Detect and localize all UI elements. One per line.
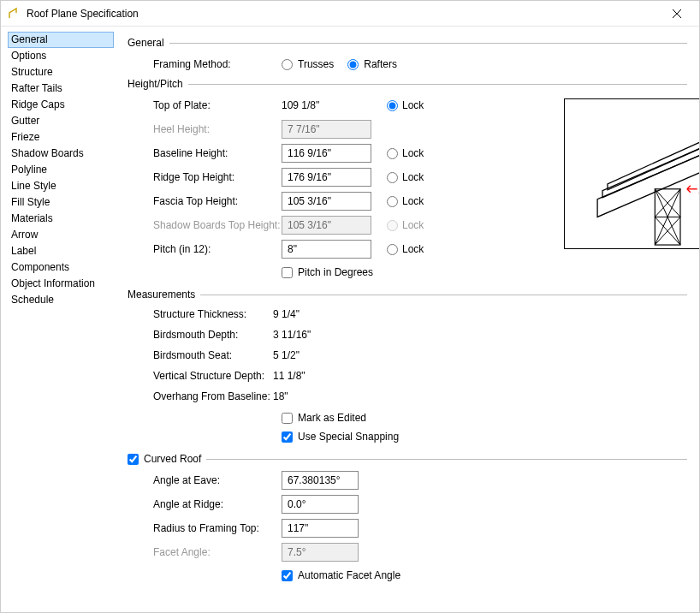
fascia-top-height-input[interactable] <box>282 192 371 211</box>
trusses-radio[interactable] <box>282 59 293 70</box>
baseline-height-input[interactable] <box>282 144 371 163</box>
sidebar-item-options[interactable]: Options <box>8 48 114 64</box>
section-general-header: General <box>128 37 687 49</box>
angle-at-eave-label: Angle at Eave: <box>153 474 282 486</box>
close-button[interactable] <box>660 2 694 26</box>
sidebar-item-polyline[interactable]: Polyline <box>8 162 114 178</box>
sidebar-item-materials[interactable]: Materials <box>8 211 114 227</box>
angle-at-eave-input[interactable] <box>282 471 359 490</box>
angle-at-ridge-row: Angle at Ridge: <box>128 494 687 515</box>
pitch-in-degrees-row: Pitch in Degrees <box>282 263 687 282</box>
structure-thickness-value: 9 1/4" <box>273 308 300 320</box>
overhang-from-baseline-value: 18" <box>273 390 288 402</box>
ridge-top-height-label: Ridge Top Height: <box>153 171 282 183</box>
birdsmouth-seat-value: 5 1/2" <box>273 349 300 361</box>
shadow-boards-top-height-label: Shadow Boards Top Height: <box>153 219 282 231</box>
sidebar-item-schedule[interactable]: Schedule <box>8 292 114 308</box>
section-height-pitch-header: Height/Pitch <box>128 78 687 90</box>
radius-to-framing-top-row: Radius to Framing Top: <box>128 518 687 539</box>
mark-as-edited-checkbox[interactable] <box>282 413 293 424</box>
sidebar-item-gutter[interactable]: Gutter <box>8 113 114 129</box>
curved-roof-checkbox[interactable] <box>128 454 139 465</box>
mark-as-edited-text: Mark as Edited <box>298 412 366 424</box>
overhang-from-baseline-row: Overhang From Baseline: 18" <box>128 388 687 405</box>
section-height-pitch-title: Height/Pitch <box>128 78 183 90</box>
angle-at-ridge-input[interactable] <box>282 495 359 514</box>
sidebar: General Options Structure Rafter Tails R… <box>1 27 121 612</box>
automatic-facet-angle-row: Automatic Facet Angle <box>282 566 687 585</box>
lock-shadow-radio <box>387 220 398 231</box>
sidebar-item-line-style[interactable]: Line Style <box>8 178 114 194</box>
radius-to-framing-top-input[interactable] <box>282 519 359 538</box>
structure-thickness-row: Structure Thickness: 9 1/4" <box>128 306 687 323</box>
angle-at-eave-row: Angle at Eave: <box>128 470 687 491</box>
facet-angle-row: Facet Angle: <box>128 542 687 562</box>
lock-fascia-text: Lock <box>402 195 424 207</box>
lock-baseline-text: Lock <box>402 147 424 159</box>
sidebar-item-structure[interactable]: Structure <box>8 64 114 80</box>
birdsmouth-seat-row: Birdsmouth Seat: 5 1/2" <box>128 347 687 364</box>
sidebar-item-shadow-boards[interactable]: Shadow Boards <box>8 146 114 162</box>
birdsmouth-depth-label: Birdsmouth Depth: <box>153 329 273 341</box>
divider <box>206 459 687 460</box>
facet-angle-input <box>282 543 359 562</box>
divider <box>188 84 687 85</box>
sidebar-item-ridge-caps[interactable]: Ridge Caps <box>8 97 114 113</box>
sidebar-item-object-information[interactable]: Object Information <box>8 276 114 292</box>
app-icon <box>8 7 21 21</box>
trusses-text: Trusses <box>298 58 334 70</box>
overhang-from-baseline-label: Overhang From Baseline: <box>153 390 273 402</box>
automatic-facet-angle-text: Automatic Facet Angle <box>298 569 400 581</box>
sidebar-item-fill-style[interactable]: Fill Style <box>8 194 114 211</box>
roof-preview: Lock <box>564 98 699 249</box>
window-title: Roof Plane Specification <box>27 8 660 20</box>
trusses-radio-label[interactable]: Trusses <box>282 58 334 70</box>
lock-top-plate-radio[interactable] <box>387 100 398 111</box>
sidebar-item-label[interactable]: Label <box>8 243 114 259</box>
baseline-height-label: Baseline Height: <box>153 147 282 159</box>
rafters-radio[interactable] <box>347 59 359 70</box>
top-of-plate-value: 109 1/8" <box>282 99 371 111</box>
section-curved-roof-title: Curved Roof <box>144 453 201 465</box>
lock-shadow-text: Lock <box>402 219 424 231</box>
lock-pitch-text: Lock <box>402 243 424 255</box>
use-special-snapping-checkbox[interactable] <box>282 431 293 443</box>
sidebar-item-rafter-tails[interactable]: Rafter Tails <box>8 80 114 97</box>
rafters-radio-label[interactable]: Rafters <box>347 58 397 70</box>
titlebar: Roof Plane Specification <box>1 1 699 27</box>
pitch-in-degrees-text: Pitch in Degrees <box>298 266 373 278</box>
pitch-in-degrees-checkbox[interactable] <box>282 267 293 278</box>
lock-fascia-radio[interactable] <box>387 196 398 207</box>
framing-method-label: Framing Method: <box>153 58 282 70</box>
birdsmouth-depth-row: Birdsmouth Depth: 3 11/16" <box>128 326 687 343</box>
divider <box>169 43 687 44</box>
lock-top-plate-text: Lock <box>402 99 424 111</box>
framing-method-row: Framing Method: Trusses Rafters <box>128 54 687 74</box>
radius-to-framing-top-label: Radius to Framing Top: <box>153 522 282 534</box>
mark-as-edited-row: Mark as Edited <box>282 408 687 427</box>
angle-at-ridge-label: Angle at Ridge: <box>153 498 282 510</box>
dialog-body: General Options Structure Rafter Tails R… <box>1 27 699 612</box>
vertical-structure-depth-row: Vertical Structure Depth: 11 1/8" <box>128 367 687 384</box>
pitch-label: Pitch (in 12): <box>153 243 282 255</box>
use-special-snapping-row: Use Special Snapping <box>282 427 687 446</box>
structure-thickness-label: Structure Thickness: <box>153 308 273 320</box>
pitch-input[interactable] <box>282 240 371 259</box>
sidebar-item-frieze[interactable]: Frieze <box>8 129 114 146</box>
lock-ridge-radio[interactable] <box>387 172 398 183</box>
section-general-title: General <box>128 37 164 49</box>
section-curved-roof-header: Curved Roof <box>128 453 687 465</box>
sidebar-item-components[interactable]: Components <box>8 259 114 276</box>
ridge-top-height-input[interactable] <box>282 168 371 187</box>
birdsmouth-seat-label: Birdsmouth Seat: <box>153 349 273 361</box>
lock-baseline-radio[interactable] <box>387 148 398 159</box>
sidebar-item-arrow[interactable]: Arrow <box>8 227 114 243</box>
fascia-top-height-label: Fascia Top Height: <box>153 195 282 207</box>
use-special-snapping-text: Use Special Snapping <box>298 431 399 443</box>
sidebar-item-general[interactable]: General <box>8 32 114 48</box>
lock-pitch-radio[interactable] <box>387 244 398 255</box>
section-measurements-title: Measurements <box>128 289 195 301</box>
top-of-plate-label: Top of Plate: <box>153 99 282 111</box>
main-panel: General Framing Method: Trusses Rafters <box>121 27 699 612</box>
automatic-facet-angle-checkbox[interactable] <box>282 570 293 581</box>
